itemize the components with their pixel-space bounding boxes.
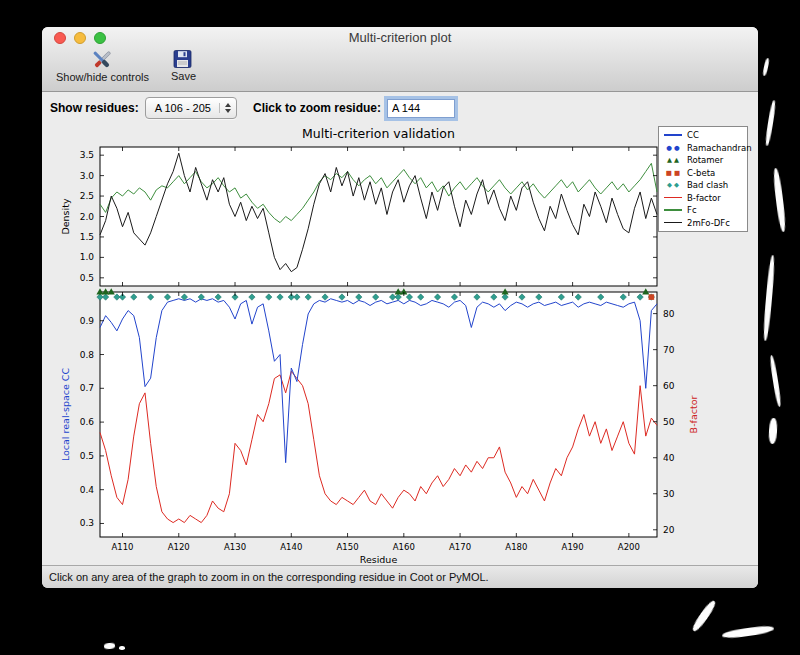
legend-label: Rotamer	[687, 155, 723, 165]
multi-criterion-plot-window: Multi-criterion plot Show/hide co	[42, 27, 758, 588]
legend-item: ■ ■C-beta	[663, 168, 743, 178]
svg-text:Density: Density	[60, 198, 71, 234]
legend-item: 2mFo-DFc	[663, 218, 743, 228]
legend-diamond-symbol: ◆ ◆	[663, 181, 683, 189]
toolbar: Show/hide controls Save	[42, 49, 758, 83]
dropdown-stepper-icon	[219, 103, 231, 113]
show-residues-label: Show residues:	[50, 101, 139, 115]
svg-text:60: 60	[663, 381, 675, 391]
svg-text:A190: A190	[562, 542, 584, 552]
legend-item: ▲ ▲Rotamer	[663, 155, 743, 165]
save-label: Save	[171, 70, 196, 82]
save-button[interactable]: Save	[171, 50, 196, 82]
legend-line-symbol	[663, 134, 683, 135]
svg-text:0.8: 0.8	[80, 350, 95, 360]
svg-text:A120: A120	[168, 542, 190, 552]
svg-text:0.5: 0.5	[80, 273, 94, 283]
legend-item: Fc	[663, 205, 743, 215]
status-bar: Click on any area of the graph to zoom i…	[42, 565, 758, 588]
svg-text:2.5: 2.5	[80, 191, 94, 201]
legend-line-symbol	[663, 197, 683, 198]
tools-icon	[90, 50, 114, 70]
svg-text:3.5: 3.5	[80, 150, 94, 160]
svg-text:0.9: 0.9	[80, 316, 95, 326]
legend-label: Bad clash	[687, 180, 728, 190]
svg-text:70: 70	[663, 345, 675, 355]
legend-line-symbol	[663, 222, 683, 223]
svg-text:1.5: 1.5	[80, 232, 94, 242]
residue-range-dropdown[interactable]: A 106 - 205	[145, 97, 237, 119]
legend-square-symbol: ■ ■	[663, 169, 683, 177]
svg-text:B-factor: B-factor	[688, 396, 699, 434]
svg-text:50: 50	[663, 417, 675, 427]
legend-triangle-symbol: ▲ ▲	[663, 156, 683, 164]
svg-text:0.6: 0.6	[80, 417, 95, 427]
legend-item: ● ●Ramachandran	[663, 143, 743, 153]
zoom-residue-input[interactable]	[387, 99, 455, 118]
window-title: Multi-criterion plot	[42, 27, 758, 49]
svg-text:Residue: Residue	[360, 554, 398, 565]
svg-text:A110: A110	[111, 542, 133, 552]
plot-legend: CC● ●Ramachandran▲ ▲Rotamer■ ■C-beta◆ ◆B…	[658, 126, 748, 232]
legend-label: 2mFo-DFc	[687, 218, 730, 228]
legend-label: Fc	[687, 205, 697, 215]
svg-text:2.0: 2.0	[80, 212, 95, 222]
svg-text:30: 30	[663, 489, 675, 499]
legend-label: Ramachandran	[687, 143, 752, 153]
svg-text:0.7: 0.7	[80, 383, 94, 393]
svg-text:A140: A140	[280, 542, 302, 552]
svg-text:0.3: 0.3	[80, 518, 94, 528]
legend-item: ◆ ◆Bad clash	[663, 180, 743, 190]
svg-text:40: 40	[663, 453, 675, 463]
legend-line-symbol	[663, 209, 683, 210]
save-icon	[173, 50, 193, 69]
window-header: Multi-criterion plot Show/hide co	[42, 27, 758, 92]
svg-text:A160: A160	[393, 542, 415, 552]
legend-circle-symbol: ● ●	[663, 144, 683, 152]
svg-text:20: 20	[663, 525, 675, 535]
show-hide-controls-label: Show/hide controls	[56, 71, 149, 83]
window-controls	[54, 32, 106, 44]
desktop-background: Multi-criterion plot Show/hide co	[0, 0, 800, 655]
svg-text:1.0: 1.0	[80, 252, 95, 262]
svg-text:3.0: 3.0	[80, 171, 95, 181]
controls-bar: Show residues: A 106 - 205 Click to zoom…	[42, 92, 758, 124]
titlebar[interactable]: Multi-criterion plot	[42, 27, 758, 49]
svg-text:80: 80	[663, 309, 675, 319]
svg-text:A170: A170	[449, 542, 471, 552]
svg-text:0.5: 0.5	[80, 451, 94, 461]
svg-text:A200: A200	[618, 542, 640, 552]
multi-criterion-plot-canvas[interactable]: A110A120A130A140A150A160A170A180A190A200…	[55, 125, 750, 565]
svg-text:0.4: 0.4	[80, 485, 95, 495]
close-button[interactable]	[54, 32, 66, 44]
legend-label: CC	[687, 130, 699, 140]
svg-text:Multi-criterion validation: Multi-criterion validation	[302, 126, 455, 141]
show-hide-controls-button[interactable]: Show/hide controls	[56, 50, 149, 83]
residue-range-value: A 106 - 205	[155, 102, 211, 114]
plot-figure[interactable]: A110A120A130A140A150A160A170A180A190A200…	[55, 125, 750, 565]
zoom-residue-label: Click to zoom residue:	[253, 101, 381, 115]
legend-label: B-factor	[687, 193, 721, 203]
svg-text:A130: A130	[224, 542, 246, 552]
minimize-button[interactable]	[74, 32, 86, 44]
legend-item: B-factor	[663, 193, 743, 203]
svg-text:Local real-space CC: Local real-space CC	[60, 368, 71, 462]
legend-label: C-beta	[687, 168, 715, 178]
zoom-window-button[interactable]	[94, 32, 106, 44]
status-text: Click on any area of the graph to zoom i…	[49, 571, 489, 583]
legend-item: CC	[663, 130, 743, 140]
svg-text:A180: A180	[505, 542, 527, 552]
svg-text:A150: A150	[337, 542, 359, 552]
